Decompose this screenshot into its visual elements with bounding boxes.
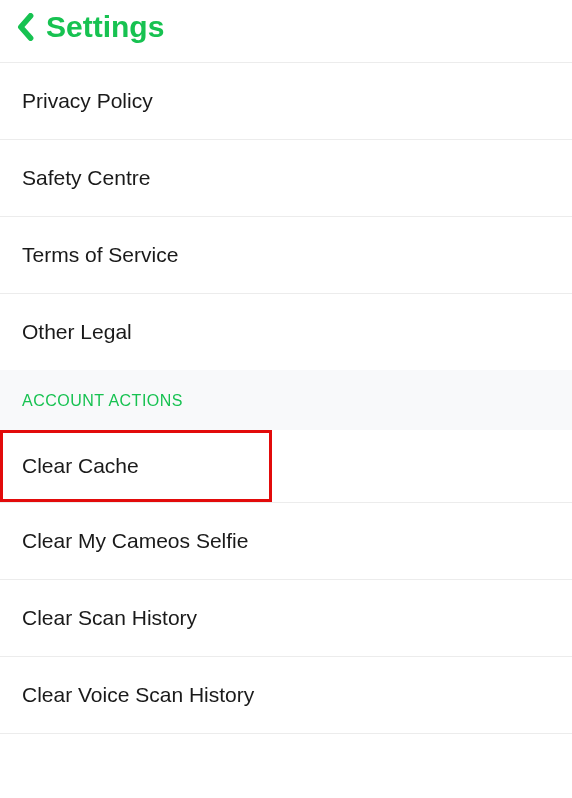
page-title: Settings <box>46 10 164 44</box>
clear-cache-label: Clear Cache <box>0 430 272 502</box>
settings-header: Settings <box>0 0 572 62</box>
settings-item-safety-centre[interactable]: Safety Centre <box>0 140 572 216</box>
settings-item-clear-cameos-selfie[interactable]: Clear My Cameos Selfie <box>0 503 572 579</box>
settings-item-other-legal[interactable]: Other Legal <box>0 294 572 370</box>
back-icon[interactable] <box>16 13 34 41</box>
divider <box>0 733 572 734</box>
settings-item-clear-voice-scan-history[interactable]: Clear Voice Scan History <box>0 657 572 733</box>
settings-item-clear-cache[interactable]: Clear Cache <box>0 430 572 502</box>
settings-item-terms-of-service[interactable]: Terms of Service <box>0 217 572 293</box>
settings-item-clear-scan-history[interactable]: Clear Scan History <box>0 580 572 656</box>
settings-item-privacy-policy[interactable]: Privacy Policy <box>0 63 572 139</box>
section-header-account-actions: ACCOUNT ACTIONS <box>0 370 572 430</box>
